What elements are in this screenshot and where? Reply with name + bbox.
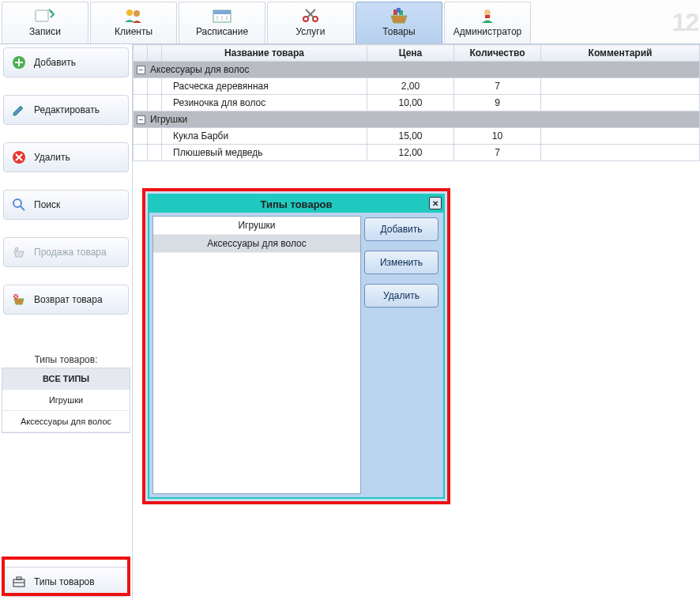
close-icon: ✕ <box>432 199 438 208</box>
toolbar-admin-label: Администратор <box>453 26 522 37</box>
svg-rect-17 <box>485 15 490 18</box>
toolbar-services-label: Услуги <box>296 26 326 37</box>
svg-point-22 <box>15 247 18 251</box>
cell-qty: 9 <box>454 95 541 111</box>
scissors-icon <box>299 7 322 25</box>
svg-point-20 <box>13 199 21 207</box>
types-dialog: Типы товаров ✕ ИгрушкиАксессуары для вол… <box>142 188 450 504</box>
svg-point-16 <box>484 9 491 16</box>
delete-icon <box>12 150 26 164</box>
toolbar-clients-label: Клиенты <box>115 26 152 37</box>
sidebar: Добавить Редактировать Удалить Поиск <box>0 44 133 600</box>
toolbar-schedule[interactable]: Расписание <box>179 2 265 43</box>
cell-comment <box>541 95 700 111</box>
cell-qty: 7 <box>454 78 541 95</box>
sell-icon <box>12 245 26 259</box>
sidebar-types-button[interactable]: Типы товаров <box>3 567 129 597</box>
cell-comment <box>541 78 700 95</box>
dialog-edit-button[interactable]: Изменить <box>364 251 438 274</box>
svg-rect-0 <box>36 10 48 21</box>
svg-rect-25 <box>17 577 21 579</box>
collapse-icon[interactable]: − <box>137 115 145 124</box>
cell-price: 12,00 <box>367 145 454 161</box>
dialog-delete-button[interactable]: Удалить <box>364 284 438 308</box>
briefcase-icon <box>12 575 26 589</box>
dialog-close-button[interactable]: ✕ <box>429 197 442 209</box>
toolbar-records-label: Записи <box>29 26 61 37</box>
svg-point-1 <box>51 11 53 13</box>
dialog-type-list[interactable]: ИгрушкиАксессуары для волос <box>152 216 361 494</box>
table-group-row[interactable]: −Аксессуары для волос <box>134 62 700 78</box>
dialog-title-bar: Типы товаров ✕ <box>149 195 443 213</box>
edit-icon <box>12 103 26 117</box>
svg-point-3 <box>134 10 140 17</box>
svg-point-2 <box>126 9 133 16</box>
toolbar-records[interactable]: Записи <box>2 2 88 43</box>
table-row[interactable]: Кукла Барби15,0010 <box>134 128 700 145</box>
brand-number: 12 <box>533 2 698 43</box>
sidebar-search-button[interactable]: Поиск <box>3 190 129 220</box>
dialog-title: Типы товаров <box>260 198 332 210</box>
calendar-icon <box>211 7 233 25</box>
svg-rect-15 <box>397 8 401 13</box>
col-price[interactable]: Цена <box>367 45 454 62</box>
toolbar-schedule-label: Расписание <box>196 26 248 37</box>
return-icon <box>12 292 26 307</box>
col-comment[interactable]: Комментарий <box>541 45 700 62</box>
basket-icon <box>388 7 410 25</box>
col-qty[interactable]: Количество <box>454 45 541 62</box>
sidebar-return-button[interactable]: Возврат товара <box>3 285 129 315</box>
dialog-list-item[interactable]: Игрушки <box>153 217 360 235</box>
group-label: Игрушки <box>150 114 187 125</box>
sidebar-types-button-label: Типы товаров <box>34 576 95 587</box>
admin-icon <box>476 7 499 25</box>
dialog-list-item[interactable]: Аксессуары для волос <box>153 235 360 253</box>
group-label: Аксессуары для волос <box>150 64 250 75</box>
sidebar-delete-button[interactable]: Удалить <box>3 142 129 172</box>
svg-line-21 <box>21 206 24 210</box>
sidebar-types-title: Типы товаров: <box>2 354 130 365</box>
records-icon <box>34 7 56 25</box>
cell-price: 2,00 <box>367 78 454 95</box>
table-row[interactable]: Расческа деревянная2,007 <box>134 78 700 95</box>
col-expander <box>134 45 148 62</box>
sidebar-type-list: ВСЕ ТИПЫ Игрушки Аксессуары для волос <box>2 368 130 433</box>
cell-price: 15,00 <box>367 128 454 145</box>
sidebar-type-all[interactable]: ВСЕ ТИПЫ <box>2 368 130 390</box>
sidebar-sell-label: Продажа товара <box>34 247 107 258</box>
dialog-add-button[interactable]: Добавить <box>364 217 438 241</box>
toolbar-services[interactable]: Услуги <box>267 2 354 43</box>
cell-name: Плюшевый медведь <box>162 145 367 161</box>
sidebar-type-item[interactable]: Аксессуары для волос <box>2 411 130 432</box>
toolbar-clients[interactable]: Клиенты <box>90 2 177 43</box>
add-icon <box>12 55 26 70</box>
cell-name: Кукла Барби <box>162 128 367 145</box>
col-name[interactable]: Название товара <box>162 45 367 62</box>
table-row[interactable]: Резиночка для волос10,009 <box>134 95 700 111</box>
sidebar-edit-label: Редактировать <box>34 104 100 115</box>
clients-icon <box>122 7 145 25</box>
goods-table: Название товара Цена Количество Коммента… <box>133 44 700 161</box>
cell-qty: 10 <box>454 128 541 145</box>
main-toolbar: Записи Клиенты Расписание Услуги Товары <box>0 0 700 44</box>
col-marker <box>148 45 162 62</box>
toolbar-admin[interactable]: Администратор <box>444 2 531 43</box>
cell-qty: 7 <box>454 145 541 161</box>
sidebar-add-label: Добавить <box>34 57 76 68</box>
toolbar-goods-label: Товары <box>382 26 415 37</box>
cell-comment <box>541 145 700 161</box>
cell-price: 10,00 <box>367 95 454 111</box>
sidebar-sell-button: Продажа товара <box>3 237 129 267</box>
sidebar-search-label: Поиск <box>34 199 60 210</box>
sidebar-edit-button[interactable]: Редактировать <box>3 95 129 125</box>
sidebar-return-label: Возврат товара <box>34 294 103 305</box>
cell-comment <box>541 128 700 145</box>
toolbar-goods[interactable]: Товары <box>356 2 442 43</box>
table-group-row[interactable]: −Игрушки <box>134 111 700 128</box>
collapse-icon[interactable]: − <box>137 66 145 74</box>
sidebar-add-button[interactable]: Добавить <box>3 47 129 77</box>
sidebar-type-item[interactable]: Игрушки <box>2 390 130 411</box>
table-row[interactable]: Плюшевый медведь12,007 <box>134 145 700 161</box>
sidebar-delete-label: Удалить <box>34 152 70 163</box>
search-icon <box>12 198 26 212</box>
